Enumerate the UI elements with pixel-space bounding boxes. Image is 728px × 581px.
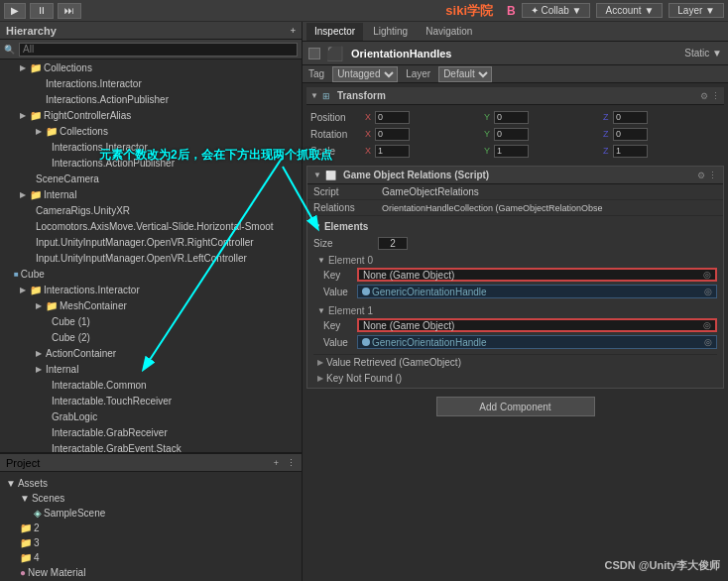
object-cube-icon: ⬛ bbox=[326, 46, 343, 61]
script-component-title: Game Object Relations (Script) bbox=[343, 170, 489, 180]
e0-value-field[interactable]: GenericOrientationHandle ◎ bbox=[357, 285, 717, 298]
script-header[interactable]: ▼ ⬜ Game Object Relations (Script) ⚙ ⋮ bbox=[307, 167, 723, 184]
step-button[interactable]: ⏭ bbox=[58, 3, 81, 19]
list-item[interactable]: ▼ Scenes bbox=[6, 491, 296, 506]
list-item[interactable]: Interactable.Common bbox=[0, 377, 302, 393]
list-item[interactable]: ▶ 📁 Internal bbox=[0, 186, 302, 202]
active-checkbox[interactable] bbox=[308, 48, 320, 59]
rot-y-input[interactable] bbox=[494, 128, 529, 141]
list-item[interactable]: Interactions.ActionPublisher bbox=[0, 91, 302, 107]
list-item[interactable]: ▶ 📁 Collections bbox=[0, 59, 302, 75]
element-0-value-row: Value GenericOrientationHandle ◎ bbox=[313, 284, 717, 299]
list-item[interactable]: ▶ 📁 Collections bbox=[0, 123, 302, 139]
list-item[interactable]: ▶ Internal bbox=[0, 361, 302, 377]
list-item[interactable]: ▶ 📁 MeshContainer bbox=[0, 297, 302, 313]
element-0-group: ▼ Element 0 Key None (Game Object) ◎ Val… bbox=[313, 253, 717, 299]
tree-arrow: ▶ bbox=[20, 111, 30, 120]
folder-icon: 📁 bbox=[20, 552, 32, 563]
e0-key-value: None (Game Object) bbox=[363, 270, 454, 281]
add-hierarchy-btn[interactable]: + bbox=[291, 26, 296, 36]
list-item[interactable]: Interactable.TouchReceiver bbox=[0, 393, 302, 408]
list-item[interactable]: Interactions.Interactor bbox=[0, 75, 302, 91]
tag-select[interactable]: Untagged bbox=[332, 66, 398, 82]
scale-y-input[interactable] bbox=[494, 145, 529, 158]
list-item[interactable]: ▼ Assets bbox=[6, 476, 296, 491]
element-1-value-row: Value GenericOrientationHandle ◎ bbox=[313, 334, 717, 350]
folder-icon: 📁 bbox=[46, 126, 58, 137]
e0-value-pick[interactable]: ◎ bbox=[704, 287, 712, 296]
list-item[interactable]: 📁 2 bbox=[6, 521, 296, 535]
list-item[interactable]: ▶ ActionContainer bbox=[0, 345, 302, 361]
item-label: 4 bbox=[34, 552, 40, 563]
list-item[interactable]: Cube (1) bbox=[0, 313, 302, 329]
pause-button[interactable]: ⏸ bbox=[30, 3, 54, 19]
pos-y-input[interactable] bbox=[494, 111, 529, 124]
play-button[interactable]: ▶ bbox=[4, 3, 26, 19]
script-options[interactable]: ⚙ ⋮ bbox=[697, 171, 717, 180]
list-item[interactable]: Interactions.Interactor bbox=[0, 139, 302, 155]
project-options[interactable]: ⋮ bbox=[287, 458, 296, 468]
scale-z-input[interactable] bbox=[613, 145, 648, 158]
item-label: Interactable.Common bbox=[52, 380, 147, 391]
list-item[interactable]: Input.UnityInputManager.OpenVR.LeftContr… bbox=[0, 250, 302, 266]
e1-key-pick[interactable]: ◎ bbox=[703, 320, 711, 330]
list-item[interactable]: Interactable.GrabReceiver bbox=[0, 424, 302, 440]
right-panel: Inspector Lighting Navigation ⬛ Orientat… bbox=[303, 22, 728, 581]
item-label: Collections bbox=[44, 62, 92, 73]
list-item[interactable]: ◈ SampleScene bbox=[6, 506, 296, 521]
list-item[interactable]: Input.UnityInputManager.OpenVR.RightCont… bbox=[0, 234, 302, 250]
tab-navigation[interactable]: Navigation bbox=[418, 23, 480, 41]
collapse-arrow: ▼ bbox=[310, 91, 318, 100]
key-not-found[interactable]: ▶ Key Not Found () bbox=[313, 370, 717, 386]
list-item[interactable]: Cube (2) bbox=[0, 329, 302, 345]
account-button[interactable]: Account ▼ bbox=[596, 3, 663, 18]
list-item[interactable]: ■ Cube bbox=[0, 266, 302, 282]
add-component-button[interactable]: Add Component bbox=[436, 397, 595, 416]
sx-label: X bbox=[365, 146, 373, 156]
list-item[interactable]: Locomotors.AxisMove.Vertical-Slide.Horiz… bbox=[0, 218, 302, 234]
x-label: X bbox=[365, 112, 373, 122]
tree-arrow: ▶ bbox=[36, 365, 46, 374]
list-item[interactable]: CameraRigs.UnityXR bbox=[0, 202, 302, 218]
list-item[interactable]: 📁 3 bbox=[6, 535, 296, 550]
list-item[interactable]: SceneCamera bbox=[0, 171, 302, 186]
tab-lighting[interactable]: Lighting bbox=[365, 23, 416, 41]
object-name: OrientationHandles bbox=[351, 48, 451, 59]
collab-button[interactable]: ✦ Collab ▼ bbox=[522, 3, 591, 18]
transform-header[interactable]: ▼ ⊞ Transform ⚙ ⋮ bbox=[306, 87, 724, 105]
value-retrieved[interactable]: ▶ Value Retrieved (GameObject) bbox=[313, 354, 717, 370]
item-label: CameraRigs.UnityXR bbox=[36, 205, 130, 216]
list-item[interactable]: Interactable.GrabEvent.Stack bbox=[0, 440, 302, 452]
transform-options[interactable]: ⚙ ⋮ bbox=[700, 91, 720, 101]
list-item[interactable]: GrabLogic bbox=[0, 408, 302, 424]
list-item[interactable]: ▶ 📁 RightControllerAlias bbox=[0, 107, 302, 123]
static-label[interactable]: Static ▼ bbox=[684, 48, 722, 58]
e1-value-field[interactable]: GenericOrientationHandle ◎ bbox=[357, 335, 717, 349]
pos-z-input[interactable] bbox=[613, 111, 648, 124]
e1-value-pick[interactable]: ◎ bbox=[704, 337, 712, 347]
tag-layer-bar: Tag Untagged Layer Default bbox=[303, 65, 728, 83]
e1-key-field[interactable]: None (Game Object) ◎ bbox=[357, 318, 717, 332]
rot-z-input[interactable] bbox=[613, 128, 648, 141]
rotation-label: Rotation bbox=[310, 129, 365, 140]
list-item[interactable]: ▶ 📁 Interactions.Interactor bbox=[0, 282, 302, 297]
size-input[interactable] bbox=[378, 237, 408, 250]
folder-icon: 📁 bbox=[30, 62, 42, 73]
project-title: Project bbox=[6, 457, 40, 469]
list-item[interactable]: 📁 4 bbox=[6, 550, 296, 565]
list-item[interactable]: Interactions.ActionPublisher bbox=[0, 155, 302, 171]
e0-value-label: Value bbox=[323, 287, 353, 297]
scale-x-input[interactable] bbox=[375, 145, 410, 158]
layer-button[interactable]: Layer ▼ bbox=[668, 3, 724, 18]
add-project-btn[interactable]: + bbox=[274, 458, 279, 468]
e0-key-field[interactable]: None (Game Object) ◎ bbox=[357, 268, 717, 282]
e0-key-pick[interactable]: ◎ bbox=[703, 270, 711, 280]
pos-x-input[interactable] bbox=[375, 111, 410, 124]
layer-select[interactable]: Default bbox=[438, 66, 492, 82]
tab-inspector[interactable]: Inspector bbox=[306, 23, 363, 41]
folder-icon: 📁 bbox=[20, 537, 32, 548]
script-component: ▼ ⬜ Game Object Relations (Script) ⚙ ⋮ S… bbox=[306, 166, 724, 389]
hierarchy-search-input[interactable] bbox=[19, 43, 298, 57]
rot-x-input[interactable] bbox=[375, 128, 410, 141]
list-item[interactable]: ● New Material bbox=[6, 565, 296, 580]
